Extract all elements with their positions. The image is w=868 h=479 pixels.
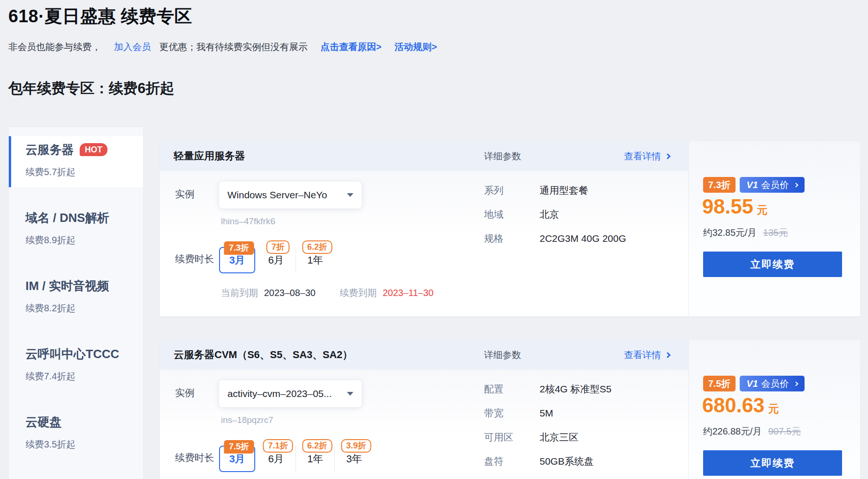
price-badges: 7.5折 V1 会员价 xyxy=(703,376,805,391)
sidebar-item-title-row: IM / 实时音视频 xyxy=(25,278,143,294)
content-area: 云服务器HOT续费5.7折起域名 / DNS解析续费8.9折起IM / 实时音视… xyxy=(8,126,868,479)
instance-select-value: Windows Server–NeYo xyxy=(227,189,347,201)
original-price: 135元 xyxy=(763,227,788,239)
price-line: 680.63 元 xyxy=(702,394,779,417)
price-sub: 约32.85元/月 135元 xyxy=(703,227,788,239)
price-line: 98.55 元 xyxy=(702,195,767,218)
card-header: 云服务器CVM（S6、S5、SA3、SA2） 详细参数 查看详情 xyxy=(160,340,688,370)
member-label: 会员价 xyxy=(761,378,789,390)
sidebar-item-subtitle: 续费3.5折起 xyxy=(25,438,143,451)
price-panel: 7.5折 V1 会员价 680.63 元 约226.88元/月 907.5元 xyxy=(688,340,860,479)
spec-list: 系列通用型套餐地域北京规格2C2G3M 40G 200G xyxy=(484,184,626,257)
sidebar-item-label: IM / 实时音视频 xyxy=(25,278,109,294)
sidebar-item-subtitle: 续费8.9折起 xyxy=(25,234,143,246)
spec-value: 北京 xyxy=(540,208,559,221)
expiry-dates: 当前到期 2023–08–30 续费到期 2023–11–30 xyxy=(221,287,434,299)
instance-id: ins–18pqzrc7 xyxy=(221,415,273,425)
subtitle-text2: 更优惠；我有待续费实例但没有展示 xyxy=(159,41,308,53)
spec-row: 盘符50GB系统盘 xyxy=(484,455,611,479)
spec-label: 可用区 xyxy=(484,431,540,443)
duration-option-label: 6月 xyxy=(268,452,284,466)
sidebar-item[interactable]: 云硬盘续费3.5折起 xyxy=(9,409,143,460)
instance-id: lhins–47fkfrk6 xyxy=(221,216,275,227)
duration-label: 续费时长 xyxy=(175,451,214,464)
monthly-price: 约226.88元/月 xyxy=(703,425,762,438)
sidebar-item[interactable]: 云呼叫中心TCCC续费7.4折起 xyxy=(9,340,143,391)
spec-row: 地域北京 xyxy=(484,208,626,233)
price-amount: 98.55 xyxy=(702,195,753,218)
spec-label: 配置 xyxy=(484,383,540,395)
duration-option-label: 3月 xyxy=(229,452,245,466)
current-expiry-label: 当前到期 xyxy=(221,287,258,299)
spec-value: 5M xyxy=(540,407,553,419)
view-detail-link[interactable]: 查看详情 xyxy=(624,349,670,361)
price-panel: 7.3折 V1 会员价 98.55 元 约32.85元/月 135元 xyxy=(688,141,860,316)
renew-now-button[interactable]: 立即续费 xyxy=(703,252,842,277)
view-detail-text: 查看详情 xyxy=(624,150,661,163)
duration-option-label: 3月 xyxy=(229,253,245,267)
price-currency: 元 xyxy=(768,402,779,416)
duration-option[interactable]: 7.5折3月 xyxy=(219,446,255,472)
spec-row: 规格2C2G3M 40G 200G xyxy=(484,233,626,257)
activity-rules-link[interactable]: 活动规则> xyxy=(395,41,437,53)
view-detail-text: 查看详情 xyxy=(624,349,661,361)
spec-row: 带宽5M xyxy=(484,407,611,431)
renew-now-button[interactable]: 立即续费 xyxy=(703,450,842,476)
duration-option-label: 1年 xyxy=(307,452,323,466)
section-title: 包年续费专区：续费6折起 xyxy=(8,79,174,98)
discount-tag: 3.9折 xyxy=(341,439,371,453)
duration-option[interactable]: 6.2折1年 xyxy=(296,247,334,273)
discount-tag: 7折 xyxy=(266,240,289,254)
chevron-right-icon xyxy=(665,153,671,159)
card-main: 轻量应用服务器 详细参数 查看详情 实例 Windows Server–NeYo xyxy=(160,141,688,316)
card-header: 轻量应用服务器 详细参数 查看详情 xyxy=(160,141,688,171)
sidebar-item-label: 云服务器 xyxy=(25,142,74,158)
member-price-badge[interactable]: V1 会员价 xyxy=(740,376,805,391)
duration-option[interactable]: 7.3折3月 xyxy=(219,247,255,273)
duration-option[interactable]: 3.9折3年 xyxy=(334,446,373,472)
discount-tag: 7.3折 xyxy=(224,241,254,255)
spec-value: 北京三区 xyxy=(540,431,579,443)
spec-list: 配置2核4G 标准型S5带宽5M可用区北京三区盘符50GB系统盘 xyxy=(484,383,611,479)
member-price-badge[interactable]: V1 会员价 xyxy=(740,177,805,193)
instance-select[interactable]: Windows Server–NeYo xyxy=(219,182,362,208)
sidebar-item-title-row: 云服务器HOT xyxy=(25,142,143,158)
spec-label: 地域 xyxy=(484,208,540,221)
duration-option[interactable]: 6.2折1年 xyxy=(296,446,334,472)
sidebar-item[interactable]: 域名 / DNS解析续费8.9折起 xyxy=(9,204,143,255)
sidebar-item-label: 云呼叫中心TCCC xyxy=(25,346,119,362)
params-label: 详细参数 xyxy=(484,150,521,163)
spec-row: 可用区北京三区 xyxy=(484,431,611,455)
duration-option[interactable]: 7.1折6月 xyxy=(257,446,296,472)
duration-label: 续费时长 xyxy=(175,252,214,265)
original-price: 907.5元 xyxy=(768,425,801,438)
duration-option-label: 1年 xyxy=(307,253,323,267)
discount-tag: 7.5折 xyxy=(224,440,254,454)
params-label: 详细参数 xyxy=(484,349,521,361)
sidebar-item-subtitle: 续费5.7折起 xyxy=(25,166,143,178)
view-detail-link[interactable]: 查看详情 xyxy=(624,150,670,163)
renew-expiry-label: 续费到期 xyxy=(340,287,377,299)
card-body: 实例 activity–cvm–2023–05... ins–18pqzrc7 … xyxy=(160,370,688,479)
product-card-lighthouse: 轻量应用服务器 详细参数 查看详情 实例 Windows Server–NeYo xyxy=(160,141,860,316)
instance-select[interactable]: activity–cvm–2023–05... xyxy=(219,380,362,407)
instance-label: 实例 xyxy=(175,386,195,399)
join-member-link[interactable]: 加入会员 xyxy=(114,41,151,53)
discount-tag: 6.2折 xyxy=(302,240,332,254)
price-badges: 7.3折 V1 会员价 xyxy=(703,177,805,193)
spec-row: 系列通用型套餐 xyxy=(484,184,626,208)
card-main: 云服务器CVM（S6、S5、SA3、SA2） 详细参数 查看详情 实例 acti… xyxy=(160,340,688,479)
product-cards: 轻量应用服务器 详细参数 查看详情 实例 Windows Server–NeYo xyxy=(144,126,868,479)
product-card-cvm: 云服务器CVM（S6、S5、SA3、SA2） 详细参数 查看详情 实例 acti… xyxy=(160,340,860,479)
view-reason-link[interactable]: 点击查看原因> xyxy=(321,41,382,53)
duration-option-label: 3年 xyxy=(346,452,362,466)
sidebar-item[interactable]: IM / 实时音视频续费8.2折起 xyxy=(9,272,143,323)
spec-label: 盘符 xyxy=(484,455,540,467)
sidebar-item-subtitle: 续费8.2折起 xyxy=(25,302,143,315)
duration-option[interactable]: 7折6月 xyxy=(257,247,296,273)
chevron-right-icon xyxy=(665,352,671,358)
spec-value: 通用型套餐 xyxy=(540,184,588,196)
renewal-promo-page: 618·夏日盛惠 续费专区 非会员也能参与续费， 加入会员 更优惠；我有待续费实… xyxy=(0,0,868,479)
category-sidebar: 云服务器HOT续费5.7折起域名 / DNS解析续费8.9折起IM / 实时音视… xyxy=(8,126,144,479)
sidebar-item[interactable]: 云服务器HOT续费5.7折起 xyxy=(9,136,143,187)
